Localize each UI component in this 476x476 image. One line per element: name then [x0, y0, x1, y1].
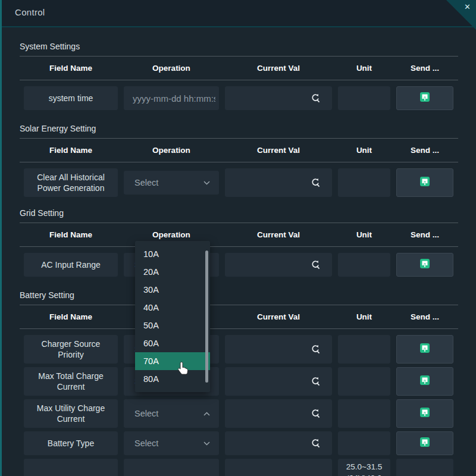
- send-button[interactable]: [396, 86, 453, 110]
- refresh-icon[interactable]: [311, 178, 320, 187]
- current-val-cell: [225, 459, 332, 476]
- field-name-battery-type: Battery Type: [24, 431, 118, 455]
- chevron-down-icon: [203, 441, 210, 446]
- unit-cell: [338, 168, 390, 197]
- field-name-clear-history: Clear All Historical Power Generation: [24, 168, 118, 197]
- col-header-operation: Operation: [124, 146, 219, 155]
- send-icon: [419, 375, 430, 388]
- table-row: Clear All Historical Power Generation Se…: [20, 168, 458, 197]
- col-header-unit: Unit: [338, 64, 390, 73]
- send-button[interactable]: [396, 367, 453, 396]
- battery-type-select[interactable]: Select: [124, 431, 219, 455]
- select-value: Select: [134, 439, 158, 448]
- unit-cell: [338, 399, 390, 428]
- dropdown-option-70a-highlighted[interactable]: 70A: [135, 352, 210, 370]
- table-row: system time: [20, 86, 458, 110]
- send-icon: [419, 437, 430, 450]
- max-utility-charge-current-select[interactable]: Select: [124, 399, 219, 428]
- current-val-cell: [225, 335, 332, 364]
- col-header-send: Send ...: [396, 312, 453, 321]
- current-val-cell: [225, 253, 332, 277]
- field-name-system-time: system time: [24, 86, 118, 110]
- refresh-icon[interactable]: [311, 260, 320, 270]
- clear-history-select[interactable]: Select: [124, 171, 219, 195]
- dropdown-option-20a[interactable]: 20A: [135, 263, 210, 281]
- dropdown-scrollbar[interactable]: [205, 250, 208, 383]
- send-button[interactable]: [396, 431, 453, 455]
- section-title-battery: Battery Setting: [20, 290, 458, 300]
- col-header-current-val: Current Val: [225, 312, 332, 321]
- operation-cell: [124, 459, 219, 476]
- dropdown-option-60a[interactable]: 60A: [135, 334, 210, 352]
- refresh-icon[interactable]: [311, 409, 320, 418]
- col-header-field-name: Field Name: [24, 64, 118, 73]
- title-bar: Control ✕: [0, 0, 476, 27]
- table-header-grid: Field Name Operation Current Val Unit Se…: [20, 223, 458, 246]
- current-val-cell: [225, 431, 332, 455]
- col-header-current-val: Current Val: [225, 64, 332, 73]
- col-header-unit: Unit: [338, 230, 390, 239]
- select-value: Select: [134, 178, 158, 187]
- table-row: 25.0~31.5 (24V)48.0: [20, 459, 458, 476]
- control-panel-body: System Settings Field Name Operation Cur…: [0, 42, 476, 476]
- send-button[interactable]: [396, 253, 453, 277]
- system-time-input[interactable]: [124, 86, 219, 110]
- send-icon: [419, 343, 430, 356]
- refresh-icon[interactable]: [311, 439, 320, 448]
- corner-ribbon: [446, 0, 476, 30]
- section-title-solar: Solar Energy Setting: [20, 124, 458, 133]
- dropdown-option-50a[interactable]: 50A: [135, 317, 210, 334]
- close-icon[interactable]: ✕: [464, 2, 471, 11]
- col-header-send: Send ...: [396, 146, 453, 155]
- current-val-cell: [225, 86, 332, 110]
- dropdown-option-40a[interactable]: 40A: [135, 299, 210, 317]
- dropdown-option-30a[interactable]: 30A: [135, 281, 210, 299]
- page-title: Control: [15, 7, 45, 17]
- table-row: Battery Type Select: [20, 431, 458, 455]
- col-header-current-val: Current Val: [225, 146, 332, 155]
- chevron-down-icon: [203, 181, 210, 185]
- send-cell: [396, 459, 453, 476]
- unit-cell: [338, 86, 390, 110]
- table-row: Max Total Charge Current Select: [20, 367, 458, 396]
- send-button[interactable]: [396, 399, 453, 428]
- dropdown-option-80a[interactable]: 80A: [135, 370, 210, 388]
- col-header-send: Send ...: [396, 64, 453, 73]
- current-val-cell: [225, 399, 332, 428]
- col-header-unit: Unit: [338, 312, 390, 321]
- field-name-max-utility-charge-current: Max Utility Charge Current: [24, 399, 118, 428]
- refresh-icon[interactable]: [311, 377, 320, 386]
- field-name-ac-input-range: AC Input Range: [24, 253, 118, 277]
- col-header-field-name: Field Name: [24, 146, 118, 155]
- col-header-operation: Operation: [124, 64, 219, 73]
- unit-cell: [338, 253, 390, 277]
- field-name-cell: [24, 459, 118, 476]
- col-header-send: Send ...: [396, 230, 453, 239]
- field-name-max-total-charge-current: Max Total Charge Current: [24, 367, 118, 396]
- table-row: Charger Source Priority Select: [20, 335, 458, 364]
- field-name-charger-source-priority: Charger Source Priority: [24, 335, 118, 364]
- current-val-cell: [225, 168, 332, 197]
- current-val-cell: [225, 367, 332, 396]
- col-header-current-val: Current Val: [225, 230, 332, 239]
- send-icon: [419, 407, 430, 420]
- table-row: Max Utility Charge Current Select: [20, 399, 458, 428]
- table-header-battery: Field Name Operation Current Val Unit Se…: [20, 305, 458, 328]
- chevron-up-icon: [203, 412, 210, 416]
- send-button[interactable]: [396, 168, 453, 197]
- section-title-grid: Grid Setting: [20, 208, 458, 218]
- section-title-system: System Settings: [20, 42, 458, 51]
- unit-cell: [338, 367, 390, 396]
- send-icon: [419, 176, 430, 189]
- send-icon: [419, 258, 430, 271]
- col-header-field-name: Field Name: [24, 230, 118, 239]
- table-header-solar: Field Name Operation Current Val Unit Se…: [20, 139, 458, 162]
- col-header-operation: Operation: [124, 230, 219, 239]
- dropdown-option-10a[interactable]: 10A: [135, 245, 210, 263]
- unit-cell: [338, 431, 390, 455]
- refresh-icon[interactable]: [311, 93, 320, 103]
- unit-cell: [338, 335, 390, 364]
- unit-cell: 25.0~31.5 (24V)48.0: [338, 459, 390, 476]
- send-button[interactable]: [396, 335, 453, 364]
- refresh-icon[interactable]: [311, 345, 320, 354]
